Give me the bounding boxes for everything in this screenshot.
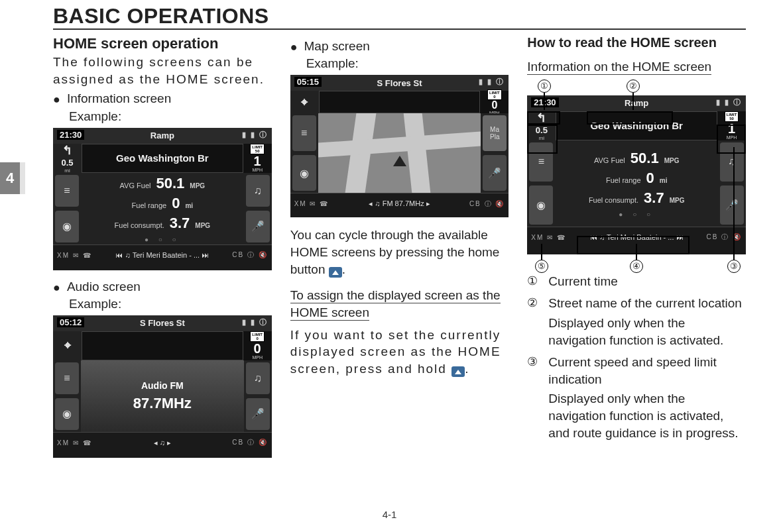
- item-2-num: ②: [527, 295, 542, 348]
- info-body: ≡ ◉ AVG Fuel 50.1 MPG Fuel range 0 mi: [53, 173, 272, 244]
- c-l3-label: Fuel consumpt.: [589, 196, 638, 204]
- audio-bottom-right-icons: CB ⓘ 🔇: [232, 438, 267, 447]
- callout-1-line: [544, 93, 545, 110]
- callout-center: AVG Fuel 50.1 MPG Fuel range 0 mi Fuel c…: [555, 140, 718, 227]
- callout-bottom-left-icons: XM ✉ ☎: [531, 234, 566, 241]
- list-item-1: ① Current time: [527, 273, 746, 290]
- menu-icon: ≡: [529, 142, 553, 182]
- map-speed-box: LIMIT0 0 MPH: [479, 91, 509, 113]
- c-l3-unit: MPG: [670, 197, 685, 204]
- sound-icon: ◉: [529, 186, 553, 225]
- how-to-read-heading: How to read the HOME screen: [527, 35, 746, 50]
- c-l2-val: 0: [646, 170, 654, 187]
- info-speed-box: LIMIT50 1 MPH: [243, 144, 272, 173]
- home-screen-operation-heading: HOME screen operation: [53, 35, 272, 52]
- audio-limit: LIMIT0: [250, 331, 265, 342]
- audio-navrow: ⌖ LIMIT0 0 MPH: [53, 331, 272, 360]
- map-time: 05:15: [294, 77, 322, 87]
- music-icon: ♫: [246, 175, 270, 207]
- item-1-text: Current time: [548, 273, 746, 290]
- info-track: ⏮ ♫ Teri Meri Baatein - ... ⏭: [115, 251, 209, 259]
- callout-5-line: [541, 244, 542, 260]
- info-l2-unit: mi: [185, 202, 193, 209]
- callout-top-label: Ramp: [625, 98, 648, 108]
- info-speed-unit: MPH: [252, 168, 263, 172]
- example-label-map: Example:: [306, 56, 509, 71]
- page-dots: ● ○ ○: [619, 211, 654, 218]
- column-3: How to read the HOME screen Information …: [527, 35, 746, 467]
- info-cur-speed: 1: [254, 154, 261, 168]
- map-compass-box: ⌖: [290, 91, 320, 113]
- c-l1-val: 50.1: [630, 150, 659, 167]
- info-street: Geo Washington Br: [82, 152, 243, 164]
- info-turn-box: ↰ 0.5 mi: [53, 144, 82, 173]
- map-cur-speed: 0: [491, 100, 497, 111]
- bullet-audio-label: Audio screen: [67, 280, 141, 294]
- column-2: ● Map screen Example: 05:15 S Flores St …: [290, 35, 509, 467]
- page-dots: ● ○ ○: [145, 236, 180, 243]
- intro-text: The following screens can be assigned as…: [53, 54, 272, 87]
- callout-turn-dist: 0.5: [536, 125, 548, 135]
- callout-4: ④: [630, 260, 643, 273]
- callout-speed-unit: MPH: [727, 135, 737, 140]
- callout-figure-wrap: ① ② 21:30 Ramp ▮ ▮ ⓘ: [527, 80, 746, 273]
- info-l3-unit: MPG: [195, 222, 210, 229]
- info-l1-label: AVG Fuel: [120, 182, 151, 189]
- map-bottombar: XM ✉ ☎ ◂ ♫ FM 87.7MHz ▸ CB ⓘ 🔇: [290, 193, 509, 214]
- sound-icon: ◉: [55, 398, 79, 430]
- info-time: 21:30: [57, 130, 84, 140]
- item-3-text: Current speed and speed limit indication: [548, 355, 716, 386]
- compass-icon: ⌖: [301, 95, 308, 109]
- callout-speed-box: LIMIT50 1 MPH: [717, 111, 746, 140]
- info-l2-val: 0: [172, 195, 180, 212]
- bullet-map-label: Map screen: [304, 39, 370, 54]
- assign-text: If you want to set the currently display…: [290, 327, 509, 378]
- bullet-icon: ●: [290, 39, 298, 55]
- example-label-info: Example:: [69, 109, 272, 124]
- audio-speed-unit: MPH: [252, 355, 263, 360]
- callout-topbar: 21:30 Ramp ▮ ▮ ⓘ: [527, 95, 746, 111]
- info-turn-dist: 0.5: [61, 158, 73, 168]
- example-label-audio: Example:: [69, 297, 272, 311]
- callout-turn-box: ↰ 0.5 mi: [527, 111, 556, 140]
- audio-screen-figure: 05:12 S Flores St ▮ ▮ ⓘ ⌖ LIMIT0 0 MPH: [53, 315, 272, 458]
- menu-icon: ≡: [55, 362, 79, 394]
- c-l2-unit: mi: [660, 177, 668, 184]
- page-number: 4-1: [383, 509, 397, 520]
- info-left-side: ≡ ◉: [53, 173, 81, 244]
- callout-limit: LIMIT50: [725, 111, 739, 122]
- map-bottom-center: ◂ ♫ FM 87.7MHz ▸: [369, 199, 430, 208]
- audio-center: Audio FM 87.7MHz: [81, 360, 244, 432]
- callout-3: ③: [727, 260, 741, 273]
- audio-top-label: S Flores St: [140, 318, 185, 328]
- audio-left-side: ≡ ◉: [53, 360, 81, 432]
- map-navrow: ⌖ LIMIT0 0 MPH: [290, 91, 509, 113]
- mic-icon: 🎤: [483, 155, 507, 191]
- mic-icon: 🎤: [720, 186, 744, 225]
- info-center: AVG Fuel 50.1 MPG Fuel range 0 mi Fuel c…: [81, 173, 244, 244]
- audio-right-side: ♫ 🎤: [244, 360, 272, 432]
- mic-icon: 🎤: [246, 211, 270, 242]
- audio-freq: 87.7MHz: [133, 395, 192, 412]
- zoom-icon: ◉: [292, 155, 316, 191]
- callout-line-1: AVG Fuel 50.1 MPG: [594, 150, 679, 167]
- map-top-label: S Flores St: [377, 78, 422, 88]
- bullet-map-screen: ● Map screen: [290, 39, 509, 55]
- page-title-block: BASIC OPERATIONS: [53, 0, 746, 30]
- callout-4-line: [636, 244, 637, 260]
- item-2-body: Street name of the current location Disp…: [548, 295, 746, 348]
- map-left-side: ≡ ◉: [290, 113, 318, 193]
- cycle-text-b: .: [342, 262, 345, 276]
- item-2-text: Street name of the current location: [548, 296, 742, 310]
- info-right-side: ♫ 🎤: [244, 173, 272, 244]
- sound-icon: ◉: [55, 211, 79, 242]
- map-topbar: 05:15 S Flores St ▮ ▮ ⓘ: [290, 75, 509, 91]
- info-limit: LIMIT50: [250, 144, 265, 154]
- chapter-tab: 4: [0, 162, 20, 194]
- audio-bottom-center: ◂ ♫ ▸: [154, 439, 171, 447]
- music-icon: ♫: [720, 142, 744, 182]
- home-icon: [451, 366, 465, 377]
- info-bottombar: XM ✉ ☎ ⏮ ♫ Teri Meri Baatein - ... ⏭ CB …: [53, 244, 272, 266]
- audio-title: Audio FM: [141, 380, 184, 391]
- bullet-info-label: Information screen: [67, 91, 171, 106]
